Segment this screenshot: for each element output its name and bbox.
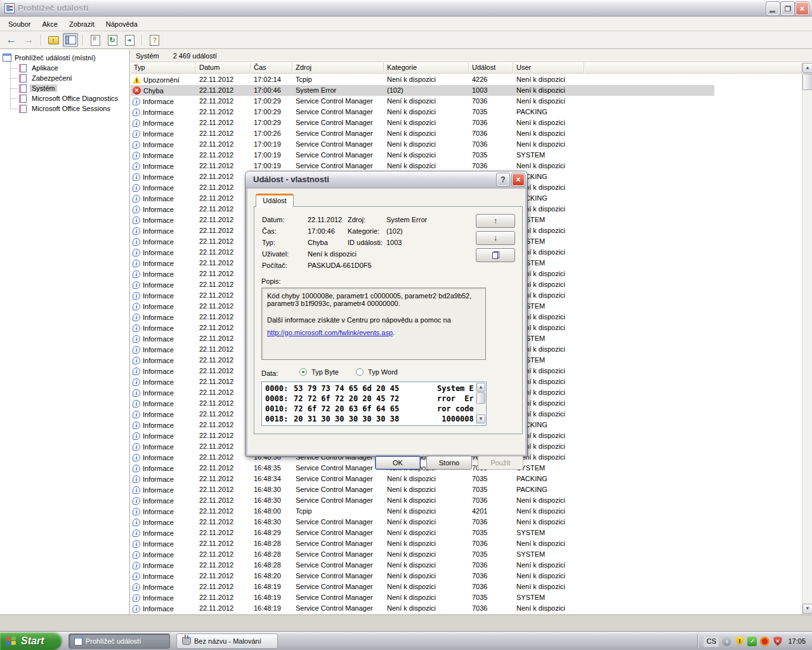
menu-soubor[interactable]: Soubor [3,18,36,30]
event-row[interactable]: iInformace22.11.201216:48:19Service Cont… [131,603,714,614]
vertical-scrollbar[interactable]: ▲ ▼ [802,63,812,614]
tree-item-microsoft-office-sessions[interactable]: Microsoft Office Sessions [6,103,129,114]
toolbar-up-level-button[interactable]: ↑ [46,33,61,47]
cell-udalost: 7036 [469,581,513,592]
column-header-udalost[interactable]: Událost [469,63,513,74]
task-button-bez-nazvu-malovani[interactable]: Bez názvu - Malování [176,633,278,649]
hex-scroll-up-button[interactable]: ▲ [476,383,485,392]
event-row[interactable]: iInformace22.11.201217:00:29Service Cont… [131,117,714,128]
event-row[interactable]: iInformace22.11.201216:48:19Service Cont… [131,581,714,592]
column-header-typ[interactable]: Typ [131,63,196,74]
cell-cas: 16:48:28 [251,549,292,560]
security-alert-icon[interactable]: × [773,637,782,646]
event-row[interactable]: !Upozornění22.11.201217:02:14TcpipNení k… [131,74,714,85]
hide-icons-icon[interactable]: ‹ [722,637,731,646]
event-row[interactable]: iInformace22.11.201216:48:30Service Cont… [131,495,714,506]
event-row[interactable]: iInformace22.11.201217:00:29Service Cont… [131,107,714,117]
previous-event-button[interactable]: ↑ [476,214,515,228]
tree-item-aplikace[interactable]: Aplikace [6,63,129,73]
cell-typ: iInformace [131,581,196,592]
toolbar-properties-button[interactable]: ☰ [88,33,103,47]
toolbar-show-hide-tree-button[interactable] [63,33,78,47]
tree-item-zabezpeceni[interactable]: Zabezpečení [6,73,129,83]
restore-button[interactable] [781,2,794,15]
windows-flag-icon [6,636,17,647]
column-header-zdroj[interactable]: Zdroj [292,63,384,74]
event-row[interactable]: iInformace22.11.201217:00:26Service Cont… [131,128,714,139]
typ-text: Informace [143,323,174,333]
copy-event-button[interactable] [476,248,515,262]
cell-datum: 22.11.2012 [196,430,251,441]
radio-typ-byte[interactable]: Typ Byte [299,368,339,376]
scroll-up-button[interactable]: ▲ [802,63,812,73]
tab-udalost[interactable]: Událost [256,194,294,207]
column-header-datum[interactable]: Datum [196,63,251,74]
computer-value: PASKUDA-661D0F5 [308,262,372,269]
language-indicator[interactable]: CS [704,635,719,647]
column-header-user[interactable]: User [513,63,584,74]
dialog-close-button[interactable]: × [512,173,525,186]
events-link[interactable]: http://go.microsoft.com/fwlink/events.as… [267,329,393,336]
scroll-thumb[interactable] [802,74,812,90]
minimize-button[interactable] [766,2,780,15]
event-row[interactable]: iInformace22.11.201217:00:19Service Cont… [131,139,714,150]
next-event-button[interactable]: ↓ [476,231,515,245]
event-row[interactable]: iInformace22.11.201216:48:19Service Cont… [131,592,714,603]
toolbar-help-button[interactable]: ? [147,33,162,47]
event-row[interactable]: iInformace22.11.201216:48:34Service Cont… [131,474,714,484]
toolbar-refresh-button[interactable]: ↻ [105,33,120,47]
event-row[interactable]: iInformace22.11.201216:48:29Service Cont… [131,527,714,538]
avast-icon[interactable] [760,637,769,646]
radio-typ-word[interactable]: Typ Word [356,368,398,376]
event-row[interactable]: iInformace22.11.201217:00:19Service Cont… [131,161,714,171]
event-row[interactable]: iInformace22.11.201216:48:28Service Cont… [131,549,714,560]
event-row[interactable]: ✕Chyba22.11.201217:00:46System Error(102… [131,85,714,96]
ok-button[interactable]: OK [375,456,421,470]
close-button[interactable]: × [796,2,809,15]
hex-scroll-down-button[interactable]: ▼ [476,415,485,423]
menu-akce[interactable]: Akce [36,18,63,30]
start-button[interactable]: Start [0,632,62,650]
menu-napoveda[interactable]: Nápověda [100,18,143,30]
hex-scrollbar[interactable]: ▲ ▼ [476,383,485,425]
event-row[interactable]: iInformace22.11.201216:48:28Service Cont… [131,560,714,571]
info-icon: i [133,346,140,354]
tree-item-microsoft-office-diagnostics[interactable]: Microsoft Office Diagnostics [6,93,129,103]
description-box[interactable]: Kód chyby 1000008e, parametr1 c0000005, … [261,288,486,360]
event-row[interactable]: iInformace22.11.201216:48:30Service Cont… [131,484,714,495]
event-row[interactable]: iInformace22.11.201216:48:00TcpipNení k … [131,506,714,517]
category-label: Kategorie: [348,227,379,235]
toolbar-export-list-button[interactable]: ➜ [122,33,137,47]
antivirus-ok-icon[interactable]: ✓ [747,637,757,646]
toolbar-forward-button[interactable]: → [21,33,36,47]
event-row[interactable]: iInformace22.11.201216:48:30Service Cont… [131,517,714,527]
apply-button[interactable]: Použít [478,456,523,470]
toolbar-back-button[interactable]: ← [4,33,19,47]
info-icon: i [133,551,140,559]
task-button-prohlizec-udalosti[interactable]: Prohlížeč událostí [69,633,170,649]
event-row[interactable]: iInformace22.11.201216:48:28Service Cont… [131,538,714,549]
scroll-down-button[interactable]: ▼ [802,604,812,614]
event-row[interactable]: iInformace22.11.201216:48:20Service Cont… [131,571,714,581]
security-warning-icon[interactable]: ! [735,637,744,646]
cell-zdroj: Service Control Manager [292,571,384,581]
event-row[interactable]: iInformace22.11.201216:48:35Service Cont… [131,463,714,474]
event-row[interactable]: iInformace22.11.201217:00:19Service Cont… [131,150,714,161]
event-row[interactable]: iInformace22.11.201217:00:29Service Cont… [131,96,714,107]
cell-zdroj: Service Control Manager [292,117,384,128]
column-header-kategorie[interactable]: Kategorie [384,63,469,74]
column-header-cas[interactable]: Čas [251,63,292,74]
tree-item-system[interactable]: Systém [6,83,129,93]
cancel-button[interactable]: Storno [426,456,472,470]
cell-datum: 22.11.2012 [196,463,251,474]
tree-root[interactable]: Prohlížeč událostí (místní) [0,52,129,63]
event-log-icon [19,74,27,83]
dialog-help-button[interactable]: ? [497,173,509,186]
hex-scroll-thumb[interactable] [476,392,485,404]
taskbar: Start Prohlížeč událostíBez názvu - Malo… [0,631,812,650]
cell-typ: iInformace [131,96,196,107]
cell-zdroj: Service Control Manager [292,107,384,117]
menu-zobrazit[interactable]: Zobrazit [63,18,100,30]
hex-data-box[interactable]: 0000:53 79 73 74 65 6d 20 45System E0008… [261,381,487,426]
event-id-value: 1003 [386,239,402,246]
